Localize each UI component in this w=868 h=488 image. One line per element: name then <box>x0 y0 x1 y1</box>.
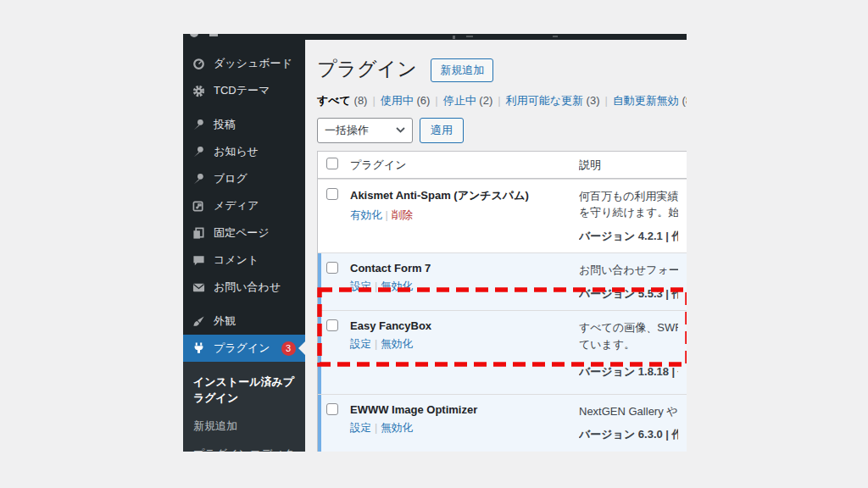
deactivate-link[interactable]: 無効化 <box>381 338 413 350</box>
table-row: Akismet Anti-Spam (アンチスパム) 有効化|削除 何百万もの利… <box>318 179 687 253</box>
sidebar-item-news[interactable]: お知らせ <box>183 138 305 165</box>
sidebar-item-dashboard[interactable]: ダッシュボード <box>183 50 305 77</box>
pages-icon <box>192 226 206 240</box>
plugin-description: を守り続けます。始めるの <box>579 204 678 221</box>
row-checkbox[interactable] <box>326 188 338 200</box>
version-text: バージョン 4.2.1 | 作者: <box>579 230 678 242</box>
sidebar-item-label: 固定ページ <box>214 225 270 241</box>
apply-button[interactable]: 適用 <box>420 118 464 143</box>
version-text: バージョン 1.8.18 | 作者: <box>579 365 678 378</box>
submenu-item-add-new[interactable]: 新規追加 <box>183 413 305 441</box>
plug-icon <box>192 341 206 355</box>
gear-icon <box>192 84 206 97</box>
admin-bar-glyph <box>453 36 455 39</box>
select-all-checkbox[interactable] <box>326 158 338 169</box>
admin-sidebar: ダッシュボード TCDテーマ 投稿 お知らせ <box>183 40 305 452</box>
active-menu-arrow <box>298 341 305 355</box>
submenu-item-plugin-editor[interactable]: プラグインエディター <box>183 441 305 452</box>
activate-link[interactable]: 有効化 <box>350 209 382 221</box>
mail-icon <box>192 280 206 294</box>
plugins-table: プラグイン 説明 Akismet Anti-Spam (アンチスパム) 有効化|… <box>317 151 687 452</box>
update-count-badge: 3 <box>281 341 296 356</box>
plugin-name: EWWW Image Optimizer <box>350 403 579 416</box>
wordpress-logo-icon <box>190 34 198 37</box>
row-checkbox[interactable] <box>326 262 338 274</box>
column-header-plugin: プラグイン <box>348 152 579 178</box>
add-new-plugin-button[interactable]: 新規追加 <box>431 58 493 82</box>
plugin-description: NextGEN Gallery や GRAN <box>579 403 678 420</box>
pin-icon <box>192 172 206 186</box>
filter-active[interactable]: 使用中 (6) <box>381 94 431 107</box>
filter-inactive[interactable]: 停止中 (2) <box>443 94 493 107</box>
submenu-item-installed-plugins[interactable]: インストール済みプラグイン <box>183 369 305 413</box>
column-header-description: 説明 <box>579 152 687 178</box>
settings-link[interactable]: 設定 <box>350 422 371 434</box>
dashboard-icon <box>192 57 206 70</box>
brush-icon <box>192 314 206 328</box>
pin-icon <box>192 118 206 131</box>
settings-link[interactable]: 設定 <box>350 280 371 292</box>
sidebar-item-contact[interactable]: お問い合わせ <box>183 274 305 301</box>
plugins-submenu: インストール済みプラグイン 新規追加 プラグインエディター <box>183 362 305 452</box>
version-text: バージョン 5.5.3 | 作者: <box>579 287 678 300</box>
admin-bar-glyph <box>553 36 558 37</box>
media-icon <box>192 199 206 213</box>
sidebar-item-blog[interactable]: ブログ <box>183 165 305 192</box>
comment-icon <box>192 253 206 267</box>
wordpress-admin-screenshot: ダッシュボード TCDテーマ 投稿 お知らせ <box>183 34 687 452</box>
pin-icon <box>192 145 206 158</box>
page-header: プラグイン 新規追加 <box>317 57 687 82</box>
plugin-name: Contact Form 7 <box>350 262 579 274</box>
plugin-description: すべての画像、SWF、PDF <box>579 319 678 336</box>
bulk-actions-bar: 一括操作 適用 <box>317 118 687 143</box>
admin-bar <box>183 34 687 40</box>
version-text: バージョン 6.3.0 | 作者: <box>579 428 678 441</box>
deactivate-link[interactable]: 無効化 <box>381 422 413 434</box>
filter-all[interactable]: すべて (8) <box>317 94 367 107</box>
sidebar-item-media[interactable]: メディア <box>183 192 305 219</box>
sidebar-item-pages[interactable]: 固定ページ <box>183 219 305 247</box>
filter-auto-update-disabled[interactable]: 自動更新無効 (8) <box>613 94 687 107</box>
table-row-easy-fancybox: Easy FancyBox 設定|無効化 すべての画像、SWF、PDF ています… <box>318 310 687 394</box>
sidebar-item-label: ブログ <box>214 171 248 186</box>
sidebar-item-comments[interactable]: コメント <box>183 247 305 274</box>
plugin-status-filters: すべて (8)|使用中 (6)|停止中 (2)|利用可能な更新 (3)|自動更新… <box>317 93 687 108</box>
table-row: Contact Form 7 設定|無効化 お問い合わせフォームプラ バージョン… <box>318 252 687 310</box>
plugin-description: 何百万もの利用実績がある <box>579 188 678 205</box>
row-checkbox[interactable] <box>326 319 338 331</box>
sidebar-item-label: コメント <box>214 252 259 268</box>
deactivate-link[interactable]: 無効化 <box>381 280 413 292</box>
home-icon <box>209 34 218 36</box>
filter-update-available[interactable]: 利用可能な更新 (3) <box>506 94 600 107</box>
bulk-action-select[interactable]: 一括操作 <box>317 118 413 143</box>
sidebar-item-appearance[interactable]: 外観 <box>183 308 305 335</box>
row-checkbox[interactable] <box>326 403 338 415</box>
sidebar-item-label: お問い合わせ <box>214 280 281 295</box>
admin-bar-glyph <box>466 36 473 37</box>
sidebar-item-label: 投稿 <box>214 117 236 132</box>
sidebar-item-label: メディア <box>214 198 259 214</box>
sidebar-item-label: 外観 <box>214 313 236 329</box>
plugin-description: ています。 <box>579 336 678 353</box>
sidebar-item-tcd-theme[interactable]: TCDテーマ <box>183 77 305 104</box>
sidebar-item-label: お知らせ <box>214 144 259 159</box>
table-header-row: プラグイン 説明 <box>318 152 687 179</box>
settings-link[interactable]: 設定 <box>350 338 371 350</box>
sidebar-item-label: TCDテーマ <box>214 83 270 98</box>
plugin-name: Akismet Anti-Spam (アンチスパム) <box>350 188 579 203</box>
main-content: プラグイン 新規追加 すべて (8)|使用中 (6)|停止中 (2)|利用可能な… <box>305 40 687 452</box>
sidebar-item-posts[interactable]: 投稿 <box>183 111 305 138</box>
plugin-name: Easy FancyBox <box>350 319 579 332</box>
sidebar-item-label: ダッシュボード <box>214 56 292 71</box>
sidebar-item-plugins[interactable]: プラグイン 3 <box>183 335 305 362</box>
plugin-description: お問い合わせフォームプラ <box>579 262 678 279</box>
sidebar-item-label: プラグイン <box>214 341 270 356</box>
table-row: EWWW Image Optimizer 設定|無効化 NextGEN Gall… <box>318 394 687 452</box>
page-title: プラグイン <box>317 57 417 81</box>
delete-link[interactable]: 削除 <box>392 209 413 221</box>
chevron-down-icon <box>396 127 405 133</box>
